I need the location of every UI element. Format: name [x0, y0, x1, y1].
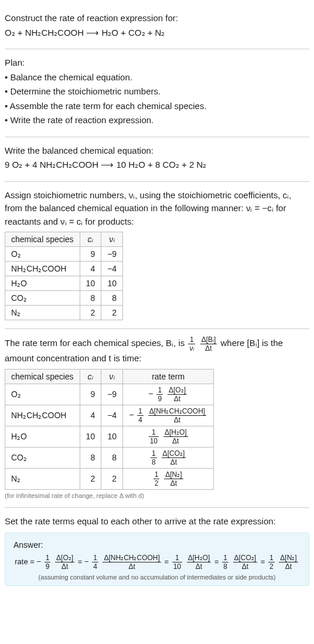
balanced-equation: 9 O₂ + 4 NH₂CH₂COOH ⟶ 10 H₂O + 8 CO₂ + 2…: [5, 158, 309, 172]
balanced-heading: Write the balanced chemical equation:: [5, 144, 309, 158]
generic-delta-frac: Δ[Bᵢ] Δt: [200, 336, 217, 352]
rate-term-cell: − 14 Δ[NH₂CH₂COOH]Δt: [123, 405, 214, 426]
plan-item: Determine the stoichiometric numbers.: [5, 85, 309, 99]
table-row: H₂O 10 10 110 Δ[H₂O]Δt: [5, 426, 214, 447]
stoich-table: chemical species cᵢ νᵢ O₂9−9 NH₂CH₂COOH4…: [5, 232, 123, 320]
col-rate: rate term: [123, 369, 214, 384]
table-header-row: chemical species cᵢ νᵢ: [5, 232, 123, 247]
table-row: NH₂CH₂COOH 4 −4 − 14 Δ[NH₂CH₂COOH]Δt: [5, 405, 214, 426]
answer-box: Answer: rate = − 19 Δ[O₂]Δt = − 14 Δ[NH₂…: [5, 533, 309, 586]
balanced-section: Write the balanced chemical equation: 9 …: [5, 137, 309, 182]
answer-label: Answer:: [13, 540, 301, 550]
intro-equation: O₂ + NH₂CH₂COOH ⟶ H₂O + CO₂ + N₂: [5, 26, 309, 40]
table-row: N₂ 2 2 12 Δ[N₂]Δt: [5, 468, 214, 489]
table-row: O₂9−9: [5, 247, 123, 262]
final-section: Set the rate terms equal to each other t…: [5, 508, 309, 595]
plan-section: Plan: Balance the chemical equation. Det…: [5, 49, 309, 137]
table-row: O₂ 9 −9 − 19 Δ[O₂]Δt: [5, 384, 214, 405]
plan-item: Write the rate of reaction expression.: [5, 114, 309, 127]
rate-term-cell: 12 Δ[N₂]Δt: [123, 468, 214, 489]
rate-term-cell: − 19 Δ[O₂]Δt: [123, 384, 214, 405]
col-v: νᵢ: [101, 369, 123, 384]
plan-item: Assemble the rate term for each chemical…: [5, 100, 309, 113]
table-row: H₂O1010: [5, 276, 123, 291]
col-species: chemical species: [5, 369, 80, 384]
table-header-row: chemical species cᵢ νᵢ rate term: [5, 369, 214, 384]
rateterm-section: The rate term for each chemical species,…: [5, 329, 309, 508]
rate-expression: rate = − 19 Δ[O₂]Δt = − 14 Δ[NH₂CH₂COOH]…: [13, 554, 301, 570]
table-row: CO₂ 8 8 18 Δ[CO₂]Δt: [5, 447, 214, 468]
stoich-section: Assign stoichiometric numbers, νᵢ, using…: [5, 182, 309, 330]
answer-note: (assuming constant volume and no accumul…: [13, 574, 301, 581]
col-c: cᵢ: [80, 369, 101, 384]
table-row: NH₂CH₂COOH4−4: [5, 262, 123, 276]
intro-section: Construct the rate of reaction expressio…: [5, 5, 309, 49]
stoich-text: Assign stoichiometric numbers, νᵢ, using…: [5, 189, 309, 229]
table-row: N₂22: [5, 306, 123, 320]
col-species: chemical species: [5, 232, 80, 247]
table-row: CO₂88: [5, 291, 123, 306]
plan-heading: Plan:: [5, 56, 309, 70]
rateterm-note: (for infinitesimal rate of change, repla…: [5, 492, 309, 499]
rateterm-table: chemical species cᵢ νᵢ rate term O₂ 9 −9…: [5, 369, 214, 490]
final-heading: Set the rate terms equal to each other t…: [5, 515, 309, 528]
col-v: νᵢ: [101, 232, 123, 247]
generic-coef-frac: 1 νᵢ: [188, 336, 195, 352]
rate-term-cell: 18 Δ[CO₂]Δt: [123, 447, 214, 468]
col-c: cᵢ: [80, 232, 101, 247]
intro-title: Construct the rate of reaction expressio…: [5, 12, 309, 25]
rate-term-cell: 110 Δ[H₂O]Δt: [123, 426, 214, 447]
plan-item: Balance the chemical equation.: [5, 71, 309, 84]
rateterm-text: The rate term for each chemical species,…: [5, 336, 309, 365]
